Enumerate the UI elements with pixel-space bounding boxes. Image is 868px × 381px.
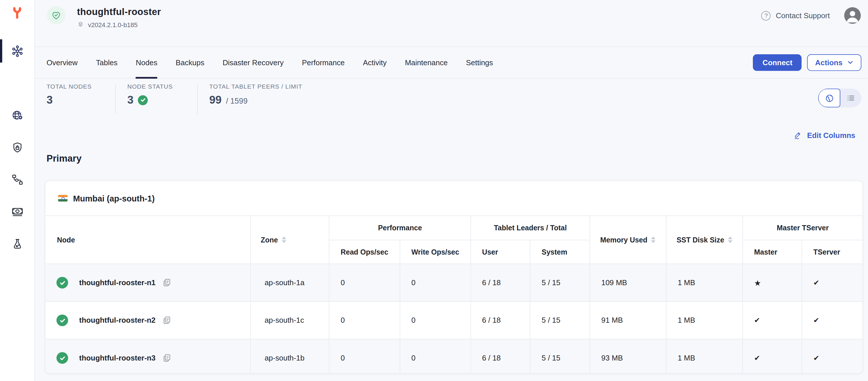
tab-performance[interactable]: Performance — [302, 47, 345, 78]
pencil-icon — [793, 131, 803, 140]
globe-icon — [824, 93, 834, 103]
zone-cell: ap-south-1b — [250, 339, 329, 374]
actions-button-label: Actions — [815, 58, 843, 67]
column-header-zone[interactable]: Zone — [250, 215, 329, 264]
user-tablets-cell: 6 / 18 — [471, 264, 530, 301]
sort-icon[interactable] — [282, 236, 286, 243]
version-label: v2024.2.1.0-b185 — [88, 21, 137, 28]
table-row: thoughtful-rooster-n1 ap-south-1a 0 0 6 … — [45, 264, 863, 301]
sidebar-item-labs[interactable] — [0, 228, 34, 260]
sort-icon[interactable] — [651, 236, 656, 243]
tab-backups[interactable]: Backups — [176, 47, 204, 78]
tab-maintenance[interactable]: Maintenance — [405, 47, 447, 78]
contact-support-link[interactable]: ? Contact Support — [762, 11, 830, 20]
page-title: thoughtful-rooster — [77, 6, 161, 18]
chevron-down-icon — [847, 59, 854, 66]
column-header-memory-used[interactable]: Memory Used — [590, 215, 666, 264]
column-header-user: User — [471, 240, 530, 264]
write-ops-cell: 0 — [400, 339, 471, 374]
tab-activity[interactable]: Activity — [363, 47, 387, 78]
column-group-performance: Performance — [329, 215, 471, 240]
sidebar-item-integrations[interactable] — [0, 164, 34, 196]
write-ops-cell: 0 — [400, 302, 471, 339]
actions-button[interactable]: Actions — [807, 54, 861, 71]
stat-label: TOTAL TABLET PEERS / LIMIT — [209, 83, 302, 90]
yugabyte-logo-icon[interactable] — [11, 6, 23, 22]
sidebar-item-alerts[interactable] — [0, 67, 34, 99]
view-toggle — [818, 89, 861, 107]
stat-label: NODE STATUS — [127, 83, 197, 90]
tab-overview[interactable]: Overview — [46, 47, 78, 78]
zone-cell: ap-south-1c — [250, 302, 329, 339]
memory-used-cell: 93 MB — [590, 339, 666, 374]
tab-settings[interactable]: Settings — [466, 47, 493, 78]
contact-support-label: Contact Support — [776, 11, 830, 20]
column-group-tablet-leaders: Tablet Leaders / Total — [471, 215, 590, 240]
node-name: thoughtful-rooster-n2 — [79, 316, 156, 324]
section-title: Primary — [46, 153, 82, 164]
table-row: thoughtful-rooster-n2 ap-south-1c 0 0 6 … — [45, 302, 863, 339]
zone-cell: ap-south-1a — [250, 264, 329, 301]
tserver-cell: ✔ — [802, 264, 863, 301]
nodes-table: Node Zone Performance Tablet Leaders / T… — [45, 215, 863, 374]
table-row: thoughtful-rooster-n3 ap-south-1b 0 0 6 … — [45, 339, 863, 374]
system-tablets-cell: 5 / 15 — [530, 302, 590, 339]
sst-disk-cell: 1 MB — [666, 264, 743, 301]
node-name: thoughtful-rooster-n3 — [79, 354, 156, 362]
sidebar-item-network[interactable] — [0, 99, 34, 131]
column-header-sst-disk-size[interactable]: SST Disk Size — [666, 215, 743, 264]
stat-value: 3 — [46, 93, 53, 106]
connect-button[interactable]: Connect — [753, 54, 802, 71]
read-ops-cell: 0 — [329, 339, 400, 374]
edit-columns-button[interactable]: Edit Columns — [793, 131, 855, 140]
system-tablets-cell: 5 / 15 — [530, 264, 590, 301]
layers-icon — [77, 21, 84, 28]
tab-tables[interactable]: Tables — [96, 47, 118, 78]
tab-disaster-recovery[interactable]: Disaster Recovery — [222, 47, 284, 78]
sidebar-item-security[interactable] — [0, 131, 34, 164]
node-status-icon — [57, 352, 68, 364]
main-area: thoughtful-rooster v2024.2.1.0-b185 — [35, 0, 868, 381]
divider — [115, 84, 116, 114]
edit-columns-label: Edit Columns — [807, 131, 855, 140]
region-card: Mumbai (ap-south-1) Node Zone — [45, 180, 863, 374]
sidebar-item-billing[interactable] — [0, 196, 34, 228]
tab-nodes[interactable]: Nodes — [136, 47, 158, 78]
copy-icon[interactable] — [162, 353, 172, 363]
tab-bar: OverviewTablesNodesBackupsDisaster Recov… — [35, 47, 868, 79]
sidebar-item-clusters[interactable] — [0, 35, 34, 67]
map-view-button[interactable] — [818, 89, 840, 107]
india-flag-icon — [58, 195, 67, 202]
sort-icon[interactable] — [728, 236, 733, 243]
list-view-button[interactable] — [840, 89, 861, 107]
column-group-master-tserver: Master TServer — [743, 215, 863, 240]
stat-tablet-peers: TOTAL TABLET PEERS / LIMIT 99 / 1599 — [209, 83, 302, 107]
stat-limit: / 1599 — [226, 96, 248, 105]
column-header-system: System — [530, 240, 590, 264]
help-icon: ? — [762, 11, 771, 20]
user-avatar[interactable] — [844, 7, 861, 24]
column-header-master: Master — [743, 240, 802, 264]
app-root: thoughtful-rooster v2024.2.1.0-b185 — [0, 0, 868, 381]
master-cell: ✔ — [743, 302, 802, 339]
copy-icon[interactable] — [162, 316, 172, 325]
copy-icon[interactable] — [162, 278, 172, 288]
master-cell: ★ — [743, 264, 802, 301]
region-card-header: Mumbai (ap-south-1) — [45, 181, 863, 215]
node-name: thoughtful-rooster-n1 — [79, 279, 156, 287]
stat-value: 99 — [209, 93, 222, 106]
node-status-icon — [57, 315, 68, 326]
column-header-tserver: TServer — [802, 240, 863, 264]
user-tablets-cell: 6 / 18 — [471, 302, 530, 339]
divider — [197, 84, 198, 114]
memory-used-cell: 91 MB — [590, 302, 666, 339]
cluster-health-icon — [47, 6, 65, 24]
list-icon — [846, 93, 856, 103]
stat-label: TOTAL NODES — [46, 83, 115, 90]
tserver-cell: ✔ — [802, 339, 863, 374]
memory-used-cell: 109 MB — [590, 264, 666, 301]
user-tablets-cell: 6 / 18 — [471, 339, 530, 374]
tab-bar-tabs: OverviewTablesNodesBackupsDisaster Recov… — [46, 47, 512, 78]
tserver-cell: ✔ — [802, 302, 863, 339]
cluster-header: thoughtful-rooster v2024.2.1.0-b185 — [35, 0, 868, 47]
